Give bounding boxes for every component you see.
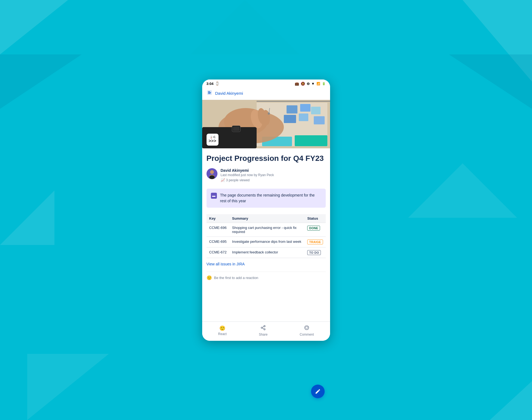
main-content: Project Progression for Q4 FY23: [202, 148, 330, 321]
svg-marker-5: [490, 381, 532, 420]
status-time: 3:04: [207, 82, 214, 86]
status-badge: TRAIGE: [307, 240, 323, 244]
views-count: 3 people viewed: [226, 178, 250, 182]
svg-rect-28: [233, 127, 239, 131]
briefcase-icon: 💼: [295, 82, 299, 86]
author-views: 📈 3 people viewed: [221, 178, 326, 182]
status-bar: 3:04 ⌚ 💼 🔕 ⊖ ▼ 📶 🔋: [202, 79, 330, 87]
badge-fire-label: 🌡️+1: [210, 136, 215, 139]
svg-marker-1: [0, 54, 82, 109]
svg-point-40: [264, 329, 265, 330]
svg-rect-19: [311, 107, 321, 114]
react-action[interactable]: 🙂 React: [218, 325, 227, 336]
svg-point-39: [261, 327, 263, 328]
top-nav: David Akinyemi: [202, 87, 330, 100]
dnd-icon: ⊖: [307, 82, 310, 86]
svg-rect-16: [300, 104, 310, 112]
svg-line-42: [262, 326, 264, 327]
svg-marker-6: [190, 0, 299, 54]
col-summary: Summary: [229, 214, 305, 223]
views-chart-icon: 📈: [221, 178, 225, 182]
jira-key-cell[interactable]: CCME-696: [207, 223, 229, 237]
svg-rect-12: [208, 93, 210, 94]
fab-edit-button[interactable]: [311, 385, 325, 398]
jira-status-cell: DONE: [305, 223, 325, 237]
phone-container: 3:04 ⌚ 💼 🔕 ⊖ ▼ 📶 🔋 Da: [202, 79, 330, 341]
share-icon: [260, 325, 266, 332]
svg-rect-15: [287, 105, 297, 114]
table-row: CCME-695Investigate performance dips fro…: [207, 237, 326, 247]
jira-summary-cell: Shopping cart purchasing error - quick f…: [229, 223, 305, 237]
svg-point-37: [209, 175, 215, 179]
hero-image: 🌡️+1 >>>: [202, 100, 330, 148]
jira-summary-cell: Implement feedback collector: [229, 247, 305, 258]
comment-action[interactable]: Comment: [300, 325, 314, 336]
comment-label: Comment: [300, 333, 314, 336]
svg-rect-17: [299, 114, 308, 121]
share-label: Share: [259, 333, 267, 336]
table-row: CCME-696Shopping cart purchasing error -…: [207, 223, 326, 237]
col-status: Status: [305, 214, 325, 223]
share-action[interactable]: Share: [259, 325, 267, 336]
view-all-jira-link[interactable]: View all issues in JIRA: [207, 262, 326, 266]
badge-arrows-label: >>>: [208, 139, 216, 143]
jira-summary-cell: Investigate performance dips from last w…: [229, 237, 305, 247]
svg-point-35: [210, 170, 214, 174]
status-badge: DONE: [307, 226, 320, 231]
signal-icon: 📶: [316, 82, 320, 85]
svg-rect-10: [208, 91, 210, 92]
svg-marker-3: [449, 54, 532, 109]
bell-off-icon: 🔕: [301, 82, 305, 86]
author-info: David Akinyemi Last modified just now by…: [221, 168, 326, 182]
jira-key-cell[interactable]: CCME-695: [207, 237, 229, 247]
nav-author-link[interactable]: David Akinyemi: [215, 91, 243, 96]
reaction-text: Be the first to add a reaction: [214, 276, 259, 280]
svg-rect-21: [295, 135, 327, 146]
svg-line-41: [262, 328, 264, 329]
jira-status-cell: TRAIGE: [305, 237, 325, 247]
svg-marker-7: [408, 163, 517, 218]
svg-marker-8: [0, 191, 54, 245]
author-name: David Akinyemi: [221, 168, 326, 173]
jira-status-cell: TO DO: [305, 247, 325, 258]
table-row: CCME-672Implement feedback collectorTO D…: [207, 247, 326, 258]
jira-table: Key Summary Status CCME-696Shopping cart…: [207, 214, 326, 258]
battery-icon: 🔋: [322, 82, 326, 85]
callout-box: ▬ The page documents the remaining devel…: [207, 189, 326, 208]
comment-icon: [304, 325, 309, 332]
react-icon: 🙂: [219, 325, 225, 331]
status-sim-icon: ⌚: [215, 82, 219, 85]
svg-rect-18: [284, 115, 296, 123]
col-key: Key: [207, 214, 229, 223]
react-label: React: [218, 332, 227, 336]
author-modified: Last modified just now by Ryan Peck: [221, 173, 326, 177]
app-badge: 🌡️+1 >>>: [207, 134, 219, 146]
document-icon: [207, 90, 213, 97]
avatar: [207, 168, 217, 179]
page-title: Project Progression for Q4 FY23: [207, 154, 326, 163]
svg-point-44: [306, 326, 308, 329]
svg-marker-4: [27, 354, 109, 420]
callout-document-icon: ▬: [212, 194, 216, 198]
jira-key-cell[interactable]: CCME-672: [207, 247, 229, 258]
svg-rect-11: [208, 92, 211, 93]
reaction-row: 🙂 Be the first to add a reaction: [207, 272, 326, 284]
bottom-bar: 🙂 React Share: [202, 321, 330, 341]
status-badge: TO DO: [307, 250, 321, 255]
svg-point-38: [264, 325, 265, 327]
wifi-icon: ▼: [311, 82, 315, 86]
svg-rect-20: [314, 116, 325, 124]
callout-icon: ▬: [211, 193, 217, 199]
table-header-row: Key Summary Status: [207, 214, 326, 223]
svg-marker-0: [0, 0, 68, 54]
callout-text: The page documents the remaining develop…: [220, 192, 321, 204]
author-row: David Akinyemi Last modified just now by…: [207, 168, 326, 182]
svg-marker-2: [463, 0, 532, 82]
reaction-emoji-icon: 🙂: [207, 275, 212, 280]
